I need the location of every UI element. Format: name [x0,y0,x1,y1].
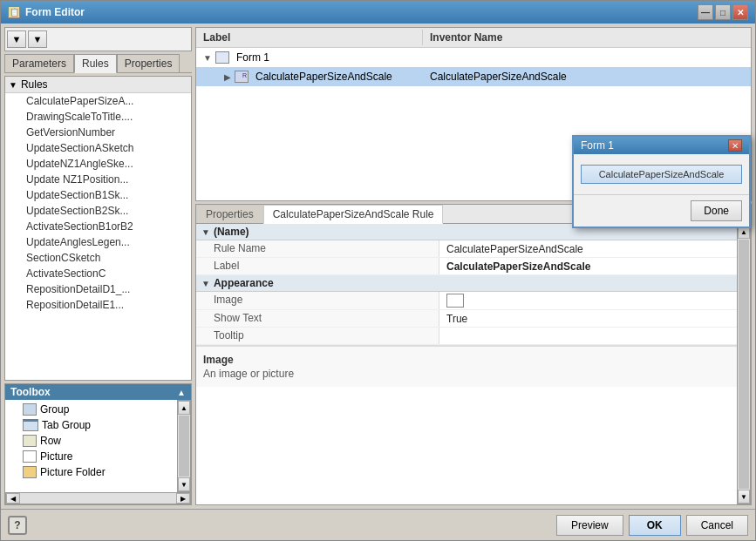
toolbox-item-label: Row [40,435,61,447]
preview-button[interactable]: Preview [556,515,623,536]
list-item[interactable]: RepositionDetailD1_... [5,281,191,297]
list-item[interactable]: ActivateSectionC [5,266,191,281]
dialog-done-button[interactable]: Done [691,200,742,221]
toolbox-scrollbar[interactable]: ▲ ▼ [177,400,191,492]
list-item[interactable]: UpdateSectionB2Sk... [5,203,191,219]
toolbox-item-tabgroup[interactable]: Tab Group [5,417,177,433]
prop-row-tooltip: Tooltip [196,328,737,345]
scroll-down-button[interactable]: ▼ [178,477,190,491]
left-tabs: Parameters Rules Properties [4,54,192,73]
cancel-button[interactable]: Cancel [686,515,748,536]
list-item[interactable]: UpdateSectionASketch [5,140,191,156]
rule-expand-icon[interactable]: ▶ [224,72,231,82]
image-preview[interactable] [446,294,464,308]
scroll-up-button[interactable]: ▲ [178,401,190,415]
rules-label: Rules [21,78,48,91]
scroll-thumb[interactable] [179,416,189,477]
prop-row-rulename: Rule Name CalculatePaperSizeAndScale [196,240,737,258]
toolbox-arrow-icon: ▲ [177,388,186,397]
hscroll-right-btn[interactable]: ▶ [176,493,190,504]
expand-icon[interactable]: ▼ [203,53,212,63]
prop-description: Image An image or picture [196,345,737,387]
toolbox-item-picture[interactable]: Picture [5,449,177,464]
tab-properties-prop[interactable]: Properties [196,205,263,223]
form-row-label: ▼ Form 1 [196,50,423,65]
tab-rules[interactable]: Rules [74,54,117,73]
prop-name-label: Label [196,258,439,274]
dialog-footer: Done [574,194,749,227]
toolbox-item-label: Picture Folder [40,466,106,478]
list-item[interactable]: UpdateNZ1AngleSke... [5,156,191,172]
toolbox-list: Group Tab Group Row [5,400,177,492]
section-title: Appearance [214,277,274,289]
window-icon: 📋 [8,6,20,18]
toolbox-item-picturefolder[interactable]: Picture Folder [5,464,177,480]
form-table-header: Label Inventor Name [196,28,751,48]
right-panel: Label Inventor Name ▼ Form 1 [195,27,752,505]
list-item[interactable]: UpdateAnglesLegen... [5,234,191,250]
filter-button-1[interactable]: ▼ [7,30,26,48]
dialog-rule-button[interactable]: CalculatePaperSizeAndScale [581,165,742,184]
toolbox-header: Toolbox ▲ [5,384,191,400]
form-rule-inventor: CalculatePaperSizeAndScale [423,69,574,85]
help-button[interactable]: ? [8,516,27,535]
form-rule-label: ▶ R CalculatePaperSizeAndScale [196,69,423,85]
list-item[interactable]: UpdateSectionB1Sk... [5,187,191,203]
prop-name-showtext: Show Text [196,310,439,327]
form-row-form1[interactable]: ▼ Form 1 [196,48,751,67]
title-buttons: — □ ✕ [698,4,748,20]
prop-scroll-down[interactable]: ▼ [738,490,750,504]
prop-name-image: Image [196,292,439,309]
ok-button[interactable]: OK [629,515,681,536]
toolbox-item-label: Group [40,403,69,416]
maximize-button[interactable]: □ [715,4,731,20]
picture-icon [23,450,37,463]
tab-calc-rule[interactable]: CalculatePaperSizeAndScale Rule [263,205,444,224]
prop-desc-title: Image [203,354,730,366]
toolbox-item-row[interactable]: Row [5,433,177,449]
close-button[interactable]: ✕ [732,4,748,20]
form-icon [215,51,229,64]
section-collapse-icon: ▼ [201,227,210,237]
picture-folder-icon [23,466,37,478]
prop-value-tooltip [439,328,737,344]
prop-scroll-thumb[interactable] [739,240,749,489]
form-name: Form 1 [236,51,269,64]
prop-value-label: CalculatePaperSizeAndScale [439,258,737,274]
prop-desc-text: An image or picture [203,368,730,380]
list-item[interactable]: CalculatePaperSizeA... [5,93,191,109]
tab-parameters[interactable]: Parameters [4,54,74,72]
toolbox-item-group[interactable]: Group [5,402,177,417]
list-item[interactable]: RepositionDetailE1... [5,297,191,313]
dialog-close-button[interactable]: ✕ [728,139,742,152]
prop-value-image [439,292,737,309]
properties-panel: Properties CalculatePaperSizeAndScale Ru… [195,204,752,505]
list-item[interactable]: DrawingScaleToTitle.... [5,109,191,125]
toolbox-hscrollbar[interactable]: ◀ ▶ [5,492,191,504]
filter-button-2[interactable]: ▼ [28,30,47,48]
prop-section-appearance[interactable]: ▼ Appearance [196,275,737,292]
minimize-button[interactable]: — [698,4,713,20]
col-inventor: Inventor Name [423,30,509,45]
toolbox-item-label: Picture [40,450,72,463]
toolbox-panel: Toolbox ▲ Group Tab Group [4,383,192,505]
row-icon [23,435,37,447]
form-row-rule[interactable]: ▶ R CalculatePaperSizeAndScale Calculate… [196,67,751,86]
floating-dialog: Form 1 ✕ CalculatePaperSizeAndScale Done [572,135,751,228]
prop-row-label: Label CalculatePaperSizeAndScale [196,258,737,275]
list-item[interactable]: SectionCSketch [5,250,191,266]
rules-panel: ▼ Rules CalculatePaperSizeA... DrawingSc… [4,76,192,381]
bottom-bar: ? Preview OK Cancel [1,509,755,540]
dialog-title-bar: Form 1 ✕ [574,137,749,154]
window-title: Form Editor [25,6,85,18]
list-item[interactable]: ActivateSectionB1orB2 [5,219,191,234]
hscroll-left-btn[interactable]: ◀ [6,493,20,504]
left-panel: ▼ ▼ Parameters Rules Properties [4,27,192,505]
list-item[interactable]: Update NZ1Position... [5,172,191,187]
tab-properties[interactable]: Properties [117,54,180,72]
rules-list: CalculatePaperSizeA... DrawingScaleToTit… [5,93,191,380]
dialog-title-text: Form 1 [581,139,614,152]
list-item[interactable]: GetVersionNumber [5,125,191,140]
prop-scrollbar[interactable]: ▲ ▼ [737,224,751,504]
rules-header: ▼ Rules [5,77,191,93]
